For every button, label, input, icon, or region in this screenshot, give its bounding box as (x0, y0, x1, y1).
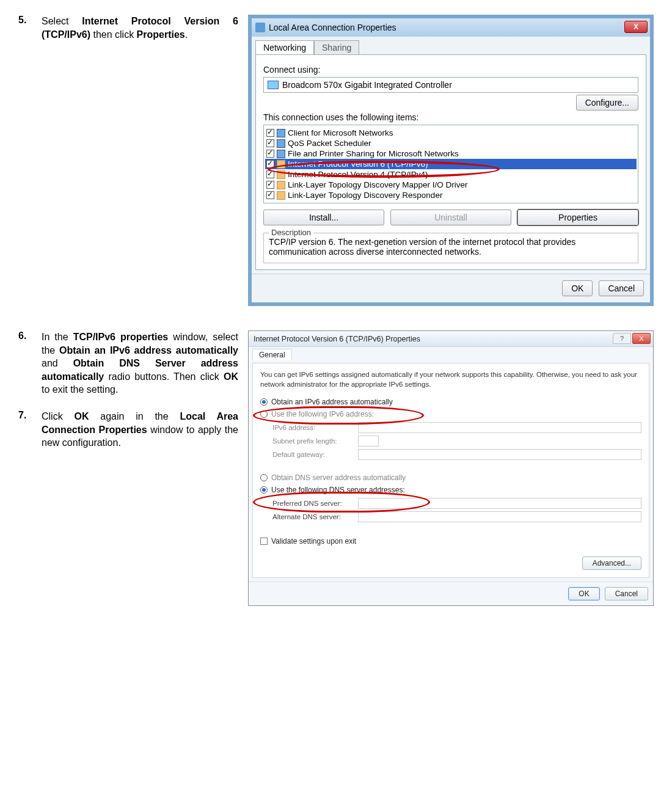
description-label: Description (269, 228, 313, 237)
window-title: Local Area Connection Properties (269, 23, 396, 32)
help-button[interactable]: ? (613, 333, 631, 344)
ok-button[interactable]: OK (562, 280, 593, 296)
component-icon (277, 160, 285, 169)
step-7-text: Click OK again in the Local Area Connect… (42, 410, 238, 450)
radio-icon[interactable] (260, 486, 268, 494)
component-icon (277, 181, 285, 189)
checkbox-icon[interactable] (266, 191, 274, 199)
adapter-name: Broadcom 570x Gigabit Integrated Control… (282, 80, 452, 90)
tab-networking[interactable]: Networking (255, 40, 314, 54)
ok-button[interactable]: OK (568, 587, 599, 600)
checkbox-icon[interactable] (266, 129, 274, 137)
component-icon (277, 150, 285, 158)
tab-sharing[interactable]: Sharing (314, 40, 359, 54)
step-7-number: 7. (18, 410, 33, 450)
titlebar[interactable]: Local Area Connection Properties X (252, 18, 650, 37)
uninstall-button[interactable]: Uninstall (390, 210, 511, 225)
items-label: This connection uses the following items… (263, 112, 638, 122)
list-item[interactable]: Internet Protocol Version 4 (TCP/IPv4) (265, 169, 637, 180)
info-text: You can get IPv6 settings assigned autom… (260, 370, 641, 389)
list-item[interactable]: Link-Layer Topology Discovery Responder (265, 190, 637, 200)
checkbox-icon[interactable] (266, 170, 274, 178)
preferred-dns-field[interactable]: Preferred DNS server: (272, 498, 641, 509)
description-group: Description TCP/IP version 6. The next-g… (263, 233, 638, 263)
ipv6-address-field: IPv6 address: (272, 422, 641, 433)
radio-use-ip[interactable]: Use the following IPv6 address: (260, 410, 641, 418)
close-button[interactable]: X (632, 333, 651, 344)
window-icon (255, 23, 265, 32)
ipv6-properties-dialog: Internet Protocol Version 6 (TCP/IPv6) P… (248, 330, 654, 606)
alternate-dns-field[interactable]: Alternate DNS server: (272, 511, 641, 522)
titlebar[interactable]: Internet Protocol Version 6 (TCP/IPv6) P… (249, 331, 653, 347)
component-icon (277, 191, 285, 200)
properties-button[interactable]: Properties (517, 210, 638, 225)
component-icon (277, 129, 285, 137)
list-item[interactable]: File and Printer Sharing for Microsoft N… (265, 148, 637, 159)
components-list[interactable]: Client for Microsoft Networks QoS Packet… (263, 125, 638, 203)
window-title: Internet Protocol Version 6 (TCP/IPv6) P… (254, 335, 420, 343)
radio-obtain-ip-auto[interactable]: Obtain an IPv6 address automatically (260, 398, 641, 406)
lan-properties-dialog: Local Area Connection Properties X Netwo… (248, 15, 654, 306)
cancel-button[interactable]: Cancel (605, 587, 648, 600)
connect-using-label: Connect using: (263, 65, 638, 75)
checkbox-icon[interactable] (266, 139, 274, 147)
radio-obtain-dns-auto[interactable]: Obtain DNS server address automatically (260, 473, 641, 482)
list-item-selected[interactable]: Internet Protocol Version 6 (TCP/IPv6) (265, 159, 637, 169)
default-gateway-field: Default gateway: (272, 449, 641, 460)
advanced-button[interactable]: Advanced... (582, 556, 641, 570)
validate-checkbox[interactable]: Validate settings upon exit (260, 537, 641, 545)
radio-icon[interactable] (260, 410, 268, 418)
step-6-number: 6. (18, 330, 33, 396)
radio-icon[interactable] (260, 398, 268, 406)
checkbox-icon[interactable] (266, 181, 274, 189)
step-6-text: In the TCP/IPv6 properties window, selec… (42, 330, 238, 396)
list-item[interactable]: QoS Packet Scheduler (265, 138, 637, 148)
tab-general[interactable]: General (252, 349, 292, 360)
prefix-length-field: Subnet prefix length: (272, 436, 641, 447)
list-item[interactable]: Client for Microsoft Networks (265, 128, 637, 138)
close-button[interactable]: X (624, 21, 648, 33)
component-icon (277, 139, 285, 148)
step-5-text: Select Internet Protocol Version 6 (TCP/… (42, 15, 238, 41)
cancel-button[interactable]: Cancel (599, 280, 644, 296)
adapter-icon (268, 81, 279, 89)
step-5-number: 5. (18, 15, 33, 41)
radio-use-dns[interactable]: Use the following DNS server addresses: (260, 486, 641, 494)
install-button[interactable]: Install... (263, 210, 384, 225)
list-item[interactable]: Link-Layer Topology Discovery Mapper I/O… (265, 180, 637, 190)
configure-button[interactable]: Configure... (576, 95, 638, 111)
component-icon (277, 170, 285, 179)
description-text: TCP/IP version 6. The next-genetion vers… (269, 237, 633, 257)
adapter-dropdown[interactable]: Broadcom 570x Gigabit Integrated Control… (263, 77, 638, 93)
checkbox-icon[interactable] (260, 538, 268, 545)
checkbox-icon[interactable] (266, 150, 274, 158)
checkbox-icon[interactable] (266, 160, 274, 168)
radio-icon[interactable] (260, 474, 268, 481)
